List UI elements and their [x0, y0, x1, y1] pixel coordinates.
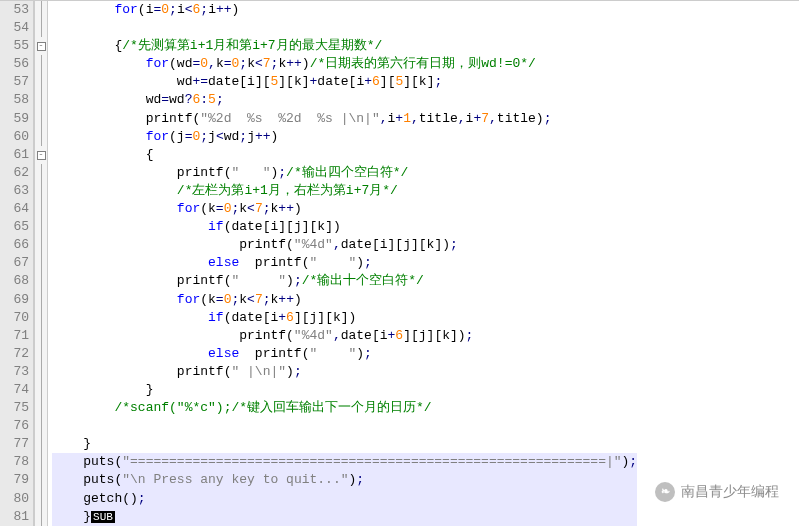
code-line[interactable]: }SUB — [52, 508, 637, 526]
line-number: 60 — [0, 128, 29, 146]
fold-cell — [34, 291, 47, 309]
line-number: 81 — [0, 508, 29, 526]
fold-cell — [34, 128, 47, 146]
fold-cell — [34, 1, 47, 19]
code-line[interactable]: printf(" ");/*输出四个空白符*/ — [52, 164, 637, 182]
fold-cell — [34, 200, 47, 218]
line-number: 80 — [0, 490, 29, 508]
wechat-icon: ❧ — [655, 482, 675, 502]
line-number: 77 — [0, 435, 29, 453]
fold-cell — [34, 164, 47, 182]
line-number: 75 — [0, 399, 29, 417]
fold-cell — [34, 309, 47, 327]
fold-cell — [34, 327, 47, 345]
line-number: 68 — [0, 272, 29, 290]
fold-cell — [34, 236, 47, 254]
fold-cell — [34, 110, 47, 128]
line-number: 66 — [0, 236, 29, 254]
line-number: 57 — [0, 73, 29, 91]
fold-cell — [34, 19, 47, 37]
code-area[interactable]: for(i=0;i<6;i++) {/*先测算第i+1月和第i+7月的最大星期数… — [48, 1, 637, 526]
fold-cell — [34, 490, 47, 508]
line-number: 54 — [0, 19, 29, 37]
code-line[interactable]: } — [52, 435, 637, 453]
code-line[interactable]: else printf(" "); — [52, 345, 637, 363]
fold-cell — [34, 254, 47, 272]
code-line[interactable]: wd=wd?6:5; — [52, 91, 637, 109]
line-number: 65 — [0, 218, 29, 236]
line-number: 63 — [0, 182, 29, 200]
code-line[interactable]: /*scanf("%*c");/*键入回车输出下一个月的日历*/ — [52, 399, 637, 417]
line-number: 62 — [0, 164, 29, 182]
code-line[interactable]: printf(" ");/*输出十个空白符*/ — [52, 272, 637, 290]
fold-minus-icon[interactable]: - — [37, 42, 46, 51]
line-number-gutter: 5354555657585960616263646566676869707172… — [0, 1, 34, 526]
line-number: 69 — [0, 291, 29, 309]
code-line[interactable]: printf("%4d",date[i+6][j][k]); — [52, 327, 637, 345]
line-number: 64 — [0, 200, 29, 218]
fold-cell: - — [34, 37, 47, 55]
code-line[interactable]: puts("==================================… — [52, 453, 637, 471]
code-line[interactable]: {/*先测算第i+1月和第i+7月的最大星期数*/ — [52, 37, 637, 55]
code-line[interactable] — [52, 19, 637, 37]
code-line[interactable]: printf("%4d",date[i][j][k]); — [52, 236, 637, 254]
fold-cell — [34, 399, 47, 417]
code-line[interactable]: if(date[i+6][j][k]) — [52, 309, 637, 327]
fold-cell: - — [34, 146, 47, 164]
code-line[interactable]: getch(); — [52, 490, 637, 508]
fold-cell — [34, 508, 47, 526]
watermark-text: 南昌青少年编程 — [681, 482, 779, 502]
fold-column: -- — [34, 1, 48, 526]
line-number: 71 — [0, 327, 29, 345]
fold-cell — [34, 471, 47, 489]
code-line[interactable]: for(wd=0,k=0;k<7;k++)/*日期表的第六行有日期，则wd!=0… — [52, 55, 637, 73]
fold-cell — [34, 417, 47, 435]
fold-cell — [34, 218, 47, 236]
line-number: 56 — [0, 55, 29, 73]
fold-cell — [34, 91, 47, 109]
watermark: ❧ 南昌青少年编程 — [655, 482, 779, 502]
code-line[interactable]: puts("\n Press any key to quit..."); — [52, 471, 637, 489]
code-line[interactable]: } — [52, 381, 637, 399]
code-editor: 5354555657585960616263646566676869707172… — [0, 1, 799, 526]
line-number: 76 — [0, 417, 29, 435]
line-number: 79 — [0, 471, 29, 489]
code-line[interactable]: for(j=0;j<wd;j++) — [52, 128, 637, 146]
line-number: 61 — [0, 146, 29, 164]
fold-cell — [34, 55, 47, 73]
line-number: 53 — [0, 1, 29, 19]
code-line[interactable]: for(i=0;i<6;i++) — [52, 1, 637, 19]
fold-cell — [34, 182, 47, 200]
fold-minus-icon[interactable]: - — [37, 151, 46, 160]
fold-cell — [34, 73, 47, 91]
line-number: 59 — [0, 110, 29, 128]
code-line[interactable]: printf("%2d %s %2d %s |\n|",i+1,title,i+… — [52, 110, 637, 128]
fold-cell — [34, 435, 47, 453]
line-number: 74 — [0, 381, 29, 399]
code-line[interactable]: wd+=date[i][5][k]+date[i+6][5][k]; — [52, 73, 637, 91]
line-number: 55 — [0, 37, 29, 55]
code-line[interactable]: else printf(" "); — [52, 254, 637, 272]
code-line[interactable]: for(k=0;k<7;k++) — [52, 200, 637, 218]
line-number: 78 — [0, 453, 29, 471]
fold-cell — [34, 345, 47, 363]
code-line[interactable]: { — [52, 146, 637, 164]
line-number: 72 — [0, 345, 29, 363]
line-number: 73 — [0, 363, 29, 381]
fold-cell — [34, 381, 47, 399]
line-number: 67 — [0, 254, 29, 272]
code-line[interactable] — [52, 417, 637, 435]
line-number: 58 — [0, 91, 29, 109]
fold-cell — [34, 363, 47, 381]
code-line[interactable]: if(date[i][j][k]) — [52, 218, 637, 236]
code-line[interactable]: for(k=0;k<7;k++) — [52, 291, 637, 309]
fold-cell — [34, 453, 47, 471]
code-line[interactable]: /*左栏为第i+1月，右栏为第i+7月*/ — [52, 182, 637, 200]
code-line[interactable]: printf(" |\n|"); — [52, 363, 637, 381]
fold-cell — [34, 272, 47, 290]
line-number: 70 — [0, 309, 29, 327]
